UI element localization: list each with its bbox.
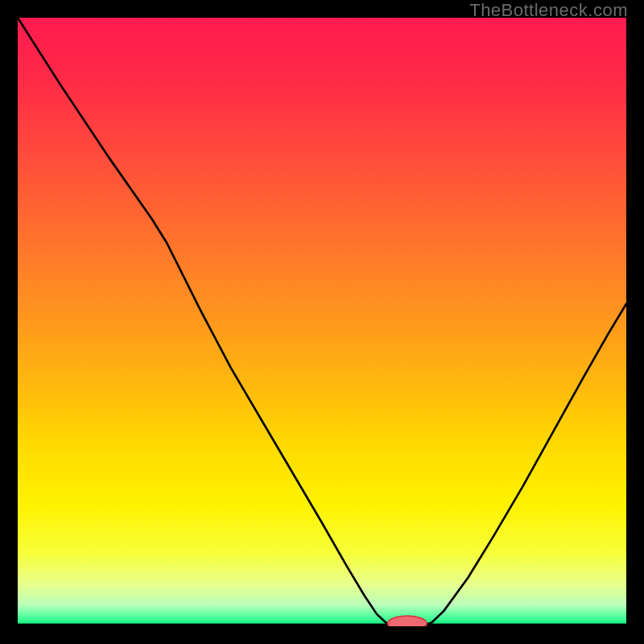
bottleneck-chart (18, 18, 626, 626)
chart-baseline (18, 624, 626, 626)
chart-frame (18, 18, 626, 626)
chart-background (18, 18, 626, 626)
optimal-marker (388, 616, 427, 626)
